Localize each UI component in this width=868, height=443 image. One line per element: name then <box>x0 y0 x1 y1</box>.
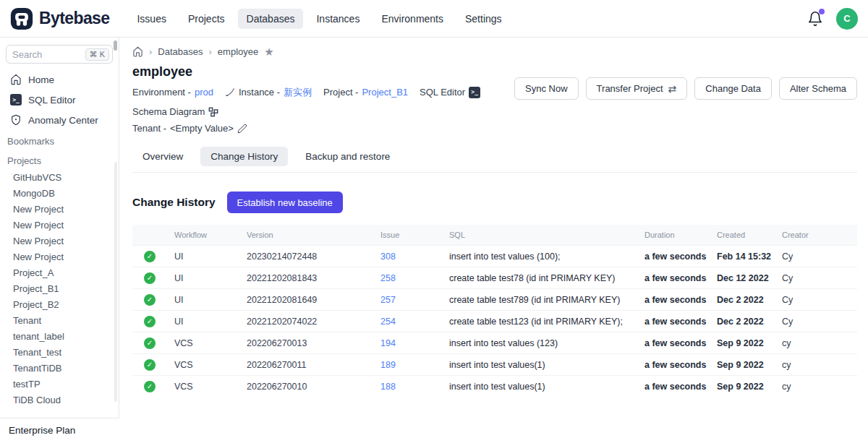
table-row: ✓UI20221202081843258create table test78 … <box>132 267 857 289</box>
sidebar-project-testtp[interactable]: testTP <box>0 376 119 392</box>
nav-item-databases[interactable]: Databases <box>238 9 304 29</box>
search-input[interactable]: Search ⌘ K <box>6 45 113 64</box>
breadcrumb: › Databases › employee ★ <box>132 46 857 57</box>
cell-workflow: VCS <box>170 332 242 354</box>
nav-item-environments[interactable]: Environments <box>373 9 452 29</box>
cell-sql: insert into test values(1) <box>445 354 640 376</box>
issue-link[interactable]: 257 <box>380 295 396 305</box>
sidebar-project-project-a[interactable]: Project_A <box>0 264 119 280</box>
project-link[interactable]: Project_B1 <box>362 84 408 100</box>
sidebar-item-label: Home <box>28 74 54 85</box>
sidebar-item-label: Anomaly Center <box>28 115 98 126</box>
sidebar-item-home[interactable]: Home <box>0 69 119 90</box>
issue-link[interactable]: 189 <box>380 360 396 370</box>
sql-editor-shortcut[interactable]: SQL Editor >_ <box>420 84 480 100</box>
sidebar-project-new-project[interactable]: New Project <box>0 233 119 249</box>
sidebar-project-mongodb[interactable]: MongoDB <box>0 185 119 201</box>
cell-issue: 254 <box>376 311 445 332</box>
cell-duration: a few seconds <box>640 376 712 397</box>
sidebar-project-tenant[interactable]: Tenant <box>0 312 119 328</box>
sidebar-project-project-b2[interactable]: Project_B2 <box>0 296 119 312</box>
bytebase-logo[interactable]: Bytebase <box>10 7 109 30</box>
sidebar-project-tenant-test[interactable]: Tenant_test <box>0 344 119 360</box>
column-header-status <box>132 225 170 246</box>
success-check-icon: ✓ <box>144 337 156 349</box>
cell-workflow: VCS <box>170 376 242 397</box>
issue-link[interactable]: 194 <box>380 338 396 348</box>
transfer-project-button[interactable]: Transfer Project⇄ <box>586 77 688 100</box>
project-label: Project - <box>323 84 358 100</box>
sidebar-project-githubvcs[interactable]: GitHubVCS <box>0 169 119 185</box>
column-header-version: Version <box>242 225 376 246</box>
sidebar-item-label: SQL Editor <box>28 95 76 106</box>
tab-overview[interactable]: Overview <box>132 147 193 166</box>
cell-issue: 257 <box>376 289 445 311</box>
sidebar-project-tidb-cloud[interactable]: TiDB Cloud <box>0 392 119 408</box>
nav-item-settings[interactable]: Settings <box>456 9 511 29</box>
success-check-icon: ✓ <box>144 251 156 262</box>
cell-sql: create table test78 (id int PRIMARY KEY) <box>445 267 640 289</box>
cell-issue: 308 <box>376 246 445 267</box>
breadcrumb-item-employee[interactable]: employee <box>218 46 258 57</box>
column-header-workflow: Workflow <box>170 225 242 246</box>
sidebar-section-projects: Projects <box>0 150 119 169</box>
issue-link[interactable]: 188 <box>380 382 396 392</box>
cell-version: 20221202081649 <box>242 289 376 311</box>
sidebar-project-new-project[interactable]: New Project <box>0 201 119 217</box>
schema-diagram-shortcut[interactable]: Schema Diagram <box>132 103 218 120</box>
breadcrumb-separator: › <box>209 46 212 57</box>
change-data-button[interactable]: Change Data <box>694 77 772 100</box>
table-row: ✓VCS202206270010188insert into test valu… <box>132 376 857 397</box>
breadcrumb-home-icon[interactable] <box>132 46 143 57</box>
sidebar-project-new-project[interactable]: New Project <box>0 217 119 233</box>
environment-link[interactable]: prod <box>195 84 213 100</box>
cell-creator: cy <box>778 354 857 376</box>
cell-sql: insert into test values (100); <box>445 246 640 267</box>
table-row: ✓UI20221202074022254create table test123… <box>132 311 857 332</box>
breadcrumb-item-databases[interactable]: Databases <box>158 46 203 57</box>
sidebar-scrollbar-thumb[interactable] <box>114 40 117 51</box>
issue-link[interactable]: 258 <box>380 273 396 283</box>
favorite-star-icon[interactable]: ★ <box>264 46 273 57</box>
column-header-sql: SQL <box>445 225 640 246</box>
environment-label: Environment - <box>132 84 191 100</box>
sidebar-project-project-b1[interactable]: Project_B1 <box>0 280 119 296</box>
column-header-issue: Issue <box>376 225 445 246</box>
cell-workflow: UI <box>170 311 242 332</box>
success-check-icon: ✓ <box>144 359 156 371</box>
nav-item-issues[interactable]: Issues <box>128 9 174 29</box>
success-check-icon: ✓ <box>144 316 156 327</box>
sidebar-project-new-project[interactable]: New Project <box>0 249 119 264</box>
sidebar-project-tenanttidb[interactable]: TenantTiDB <box>0 360 119 376</box>
table-row: ✓VCS202206270011189insert into test valu… <box>132 354 857 376</box>
section-title: Change History <box>132 196 216 209</box>
sidebar-item-anomaly-center[interactable]: Anomaly Center <box>0 110 119 130</box>
cell-version: 20221202074022 <box>242 311 376 332</box>
cell-version: 20230214072448 <box>242 246 376 267</box>
nav-item-projects[interactable]: Projects <box>179 9 234 29</box>
alter-schema-button[interactable]: Alter Schema <box>779 77 857 100</box>
cell-created: Feb 14 15:32 <box>712 246 778 267</box>
establish-baseline-button[interactable]: Establish new baseline <box>227 192 343 213</box>
tab-change-history[interactable]: Change History <box>200 147 288 166</box>
sync-now-button[interactable]: Sync Now <box>514 77 579 100</box>
issue-link[interactable]: 254 <box>380 317 396 327</box>
cell-created: Sep 9 2022 <box>712 332 778 354</box>
cell-duration: a few seconds <box>640 354 712 376</box>
nav-item-instances[interactable]: Instances <box>307 9 368 29</box>
tab-bar: OverviewChange HistoryBackup and restore <box>132 147 857 173</box>
sidebar-scrollbar-track[interactable] <box>114 162 117 402</box>
cell-sql: insert into test values(1) <box>445 376 640 397</box>
issue-link[interactable]: 308 <box>380 251 396 262</box>
search-placeholder: Search <box>12 49 85 60</box>
avatar[interactable]: C <box>836 8 858 30</box>
sidebar-item-sql-editor[interactable]: >_ SQL Editor <box>0 90 119 110</box>
tab-backup-and-restore[interactable]: Backup and restore <box>295 147 400 166</box>
bell-icon[interactable] <box>807 11 823 27</box>
instance-link[interactable]: 新实例 <box>284 84 312 100</box>
sidebar-project-tenant-label[interactable]: tenant_label <box>0 328 119 344</box>
cell-created: Sep 9 2022 <box>712 376 778 397</box>
sidebar: Search ⌘ K Home >_ SQL Editor Anomaly Ce… <box>0 38 119 443</box>
edit-pencil-icon[interactable] <box>237 124 247 134</box>
cell-issue: 194 <box>376 332 445 354</box>
